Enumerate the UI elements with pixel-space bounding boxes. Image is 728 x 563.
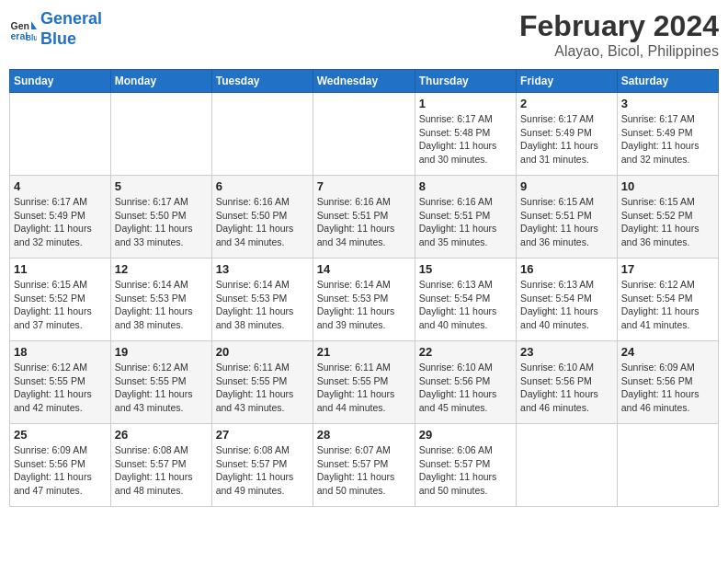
calendar-week-row: 18Sunrise: 6:12 AM Sunset: 5:55 PM Dayli… xyxy=(10,341,719,424)
calendar-cell: 6Sunrise: 6:16 AM Sunset: 5:50 PM Daylig… xyxy=(211,176,313,259)
day-number: 9 xyxy=(520,179,613,193)
svg-text:Blue: Blue xyxy=(26,34,37,42)
calendar-cell xyxy=(10,93,111,176)
calendar-cell: 7Sunrise: 6:16 AM Sunset: 5:51 PM Daylig… xyxy=(313,176,415,259)
logo-icon: Gen eral Blue xyxy=(9,16,37,43)
day-number: 26 xyxy=(115,428,208,442)
calendar-cell: 9Sunrise: 6:15 AM Sunset: 5:51 PM Daylig… xyxy=(517,176,618,259)
calendar-cell: 11Sunrise: 6:15 AM Sunset: 5:52 PM Dayli… xyxy=(10,259,111,341)
day-number: 5 xyxy=(115,179,208,193)
day-info: Sunrise: 6:17 AM Sunset: 5:48 PM Dayligh… xyxy=(419,112,512,167)
svg-marker-2 xyxy=(31,21,37,29)
weekday-header: Tuesday xyxy=(211,70,313,93)
day-number: 13 xyxy=(216,262,309,276)
day-info: Sunrise: 6:08 AM Sunset: 5:57 PM Dayligh… xyxy=(216,443,309,498)
logo: Gen eral Blue GeneralBlue xyxy=(9,9,102,49)
day-number: 12 xyxy=(115,262,208,276)
day-info: Sunrise: 6:17 AM Sunset: 5:49 PM Dayligh… xyxy=(520,112,613,167)
calendar-cell xyxy=(211,93,313,176)
day-info: Sunrise: 6:09 AM Sunset: 5:56 PM Dayligh… xyxy=(14,443,107,498)
day-number: 8 xyxy=(419,179,512,193)
weekday-header: Wednesday xyxy=(313,70,415,93)
day-number: 29 xyxy=(419,428,512,442)
calendar-cell: 10Sunrise: 6:15 AM Sunset: 5:52 PM Dayli… xyxy=(617,176,718,259)
calendar-cell: 28Sunrise: 6:07 AM Sunset: 5:57 PM Dayli… xyxy=(313,424,415,507)
day-info: Sunrise: 6:15 AM Sunset: 5:51 PM Dayligh… xyxy=(520,195,613,249)
weekday-header: Friday xyxy=(517,70,618,93)
day-number: 16 xyxy=(520,262,613,276)
calendar-cell: 14Sunrise: 6:14 AM Sunset: 5:53 PM Dayli… xyxy=(313,259,415,341)
day-info: Sunrise: 6:12 AM Sunset: 5:55 PM Dayligh… xyxy=(14,361,107,415)
logo-text: GeneralBlue xyxy=(40,9,102,49)
day-info: Sunrise: 6:15 AM Sunset: 5:52 PM Dayligh… xyxy=(621,195,714,249)
day-number: 11 xyxy=(14,262,107,276)
day-number: 22 xyxy=(419,345,512,359)
calendar-week-row: 25Sunrise: 6:09 AM Sunset: 5:56 PM Dayli… xyxy=(10,424,719,507)
day-number: 24 xyxy=(621,345,714,359)
day-info: Sunrise: 6:17 AM Sunset: 5:49 PM Dayligh… xyxy=(14,195,107,249)
day-info: Sunrise: 6:17 AM Sunset: 5:50 PM Dayligh… xyxy=(115,195,208,249)
calendar-cell: 5Sunrise: 6:17 AM Sunset: 5:50 PM Daylig… xyxy=(110,176,211,259)
day-number: 25 xyxy=(14,428,107,442)
location-title: Alayao, Bicol, Philippines xyxy=(519,43,719,60)
weekday-header-row: SundayMondayTuesdayWednesdayThursdayFrid… xyxy=(10,70,719,93)
weekday-header: Sunday xyxy=(10,70,111,93)
calendar-cell: 2Sunrise: 6:17 AM Sunset: 5:49 PM Daylig… xyxy=(517,93,618,176)
day-info: Sunrise: 6:10 AM Sunset: 5:56 PM Dayligh… xyxy=(520,361,613,415)
day-number: 4 xyxy=(14,179,107,193)
weekday-header: Thursday xyxy=(415,70,516,93)
month-title: February 2024 xyxy=(519,9,719,43)
day-info: Sunrise: 6:13 AM Sunset: 5:54 PM Dayligh… xyxy=(520,278,613,332)
day-number: 7 xyxy=(317,179,411,193)
calendar-cell: 1Sunrise: 6:17 AM Sunset: 5:48 PM Daylig… xyxy=(415,93,516,176)
day-number: 2 xyxy=(520,97,613,110)
day-number: 15 xyxy=(419,262,512,276)
calendar-cell xyxy=(617,424,718,507)
calendar-cell: 24Sunrise: 6:09 AM Sunset: 5:56 PM Dayli… xyxy=(617,341,718,424)
day-info: Sunrise: 6:16 AM Sunset: 5:51 PM Dayligh… xyxy=(419,195,512,249)
calendar-cell: 25Sunrise: 6:09 AM Sunset: 5:56 PM Dayli… xyxy=(10,424,111,507)
day-info: Sunrise: 6:13 AM Sunset: 5:54 PM Dayligh… xyxy=(419,278,512,332)
day-number: 28 xyxy=(317,428,411,442)
calendar-cell: 29Sunrise: 6:06 AM Sunset: 5:57 PM Dayli… xyxy=(415,424,516,507)
day-number: 10 xyxy=(621,179,714,193)
day-number: 18 xyxy=(14,345,107,359)
calendar-cell: 17Sunrise: 6:12 AM Sunset: 5:54 PM Dayli… xyxy=(617,259,718,341)
day-info: Sunrise: 6:07 AM Sunset: 5:57 PM Dayligh… xyxy=(317,443,411,498)
day-info: Sunrise: 6:09 AM Sunset: 5:56 PM Dayligh… xyxy=(621,361,714,415)
calendar-cell: 16Sunrise: 6:13 AM Sunset: 5:54 PM Dayli… xyxy=(517,259,618,341)
calendar-cell: 8Sunrise: 6:16 AM Sunset: 5:51 PM Daylig… xyxy=(415,176,516,259)
calendar-cell: 18Sunrise: 6:12 AM Sunset: 5:55 PM Dayli… xyxy=(10,341,111,424)
calendar-cell: 22Sunrise: 6:10 AM Sunset: 5:56 PM Dayli… xyxy=(415,341,516,424)
calendar-cell: 23Sunrise: 6:10 AM Sunset: 5:56 PM Dayli… xyxy=(517,341,618,424)
day-info: Sunrise: 6:16 AM Sunset: 5:50 PM Dayligh… xyxy=(216,195,309,249)
weekday-header: Saturday xyxy=(617,70,718,93)
calendar-table: SundayMondayTuesdayWednesdayThursdayFrid… xyxy=(9,69,719,507)
calendar-cell xyxy=(517,424,618,507)
calendar-week-row: 4Sunrise: 6:17 AM Sunset: 5:49 PM Daylig… xyxy=(10,176,719,259)
page-header: Gen eral Blue GeneralBlue February 2024 … xyxy=(9,9,719,60)
day-info: Sunrise: 6:11 AM Sunset: 5:55 PM Dayligh… xyxy=(216,361,309,415)
calendar-cell: 20Sunrise: 6:11 AM Sunset: 5:55 PM Dayli… xyxy=(211,341,313,424)
day-info: Sunrise: 6:16 AM Sunset: 5:51 PM Dayligh… xyxy=(317,195,411,249)
title-block: February 2024 Alayao, Bicol, Philippines xyxy=(519,9,719,60)
calendar-cell: 3Sunrise: 6:17 AM Sunset: 5:49 PM Daylig… xyxy=(617,93,718,176)
day-info: Sunrise: 6:08 AM Sunset: 5:57 PM Dayligh… xyxy=(115,443,208,498)
day-info: Sunrise: 6:11 AM Sunset: 5:55 PM Dayligh… xyxy=(317,361,411,415)
calendar-cell: 26Sunrise: 6:08 AM Sunset: 5:57 PM Dayli… xyxy=(110,424,211,507)
calendar-cell: 13Sunrise: 6:14 AM Sunset: 5:53 PM Dayli… xyxy=(211,259,313,341)
day-info: Sunrise: 6:06 AM Sunset: 5:57 PM Dayligh… xyxy=(419,443,512,498)
day-number: 1 xyxy=(419,97,512,110)
day-info: Sunrise: 6:14 AM Sunset: 5:53 PM Dayligh… xyxy=(115,278,208,332)
day-info: Sunrise: 6:14 AM Sunset: 5:53 PM Dayligh… xyxy=(317,278,411,332)
day-number: 17 xyxy=(621,262,714,276)
calendar-cell: 4Sunrise: 6:17 AM Sunset: 5:49 PM Daylig… xyxy=(10,176,111,259)
calendar-cell: 15Sunrise: 6:13 AM Sunset: 5:54 PM Dayli… xyxy=(415,259,516,341)
day-number: 23 xyxy=(520,345,613,359)
day-info: Sunrise: 6:14 AM Sunset: 5:53 PM Dayligh… xyxy=(216,278,309,332)
day-number: 19 xyxy=(115,345,208,359)
calendar-cell xyxy=(110,93,211,176)
day-number: 20 xyxy=(216,345,309,359)
day-number: 3 xyxy=(621,97,714,110)
calendar-cell xyxy=(313,93,415,176)
